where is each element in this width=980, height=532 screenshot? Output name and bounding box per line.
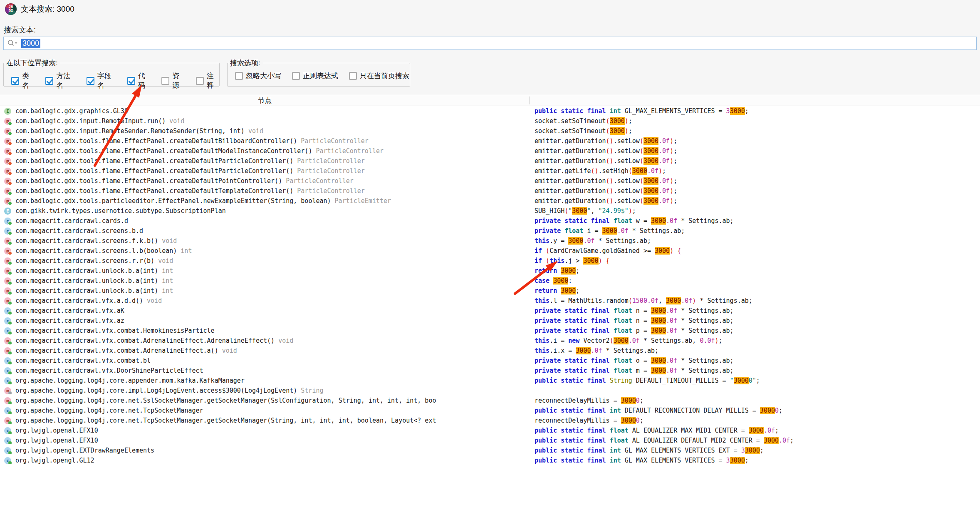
- node-name: com.megacrit.cardcrawl.screens.r.r(b): [15, 257, 154, 265]
- table-row[interactable]: mcom.badlogic.gdx.tools.flame.EffectPane…: [0, 176, 980, 186]
- node-cell: corg.lwjgl.openal.EFX10: [0, 437, 530, 444]
- node-cell: Ecom.gikk.twirk.types.usernotice.subtype…: [0, 207, 530, 215]
- visibility-dot-green: [8, 331, 12, 335]
- checkbox-unchecked[interactable]: [196, 77, 204, 85]
- code-cell: socket.setSoTimeout(3000);: [535, 117, 980, 125]
- table-row[interactable]: corg.apache.logging.log4j.core.net.TcpSo…: [0, 406, 980, 416]
- table-row[interactable]: mcom.megacrit.cardcrawl.screens.r.r(b)vo…: [0, 256, 980, 266]
- table-row[interactable]: corg.lwjgl.opengl.GL12public static fina…: [0, 455, 980, 465]
- visibility-dot-green: [8, 201, 12, 205]
- table-row[interactable]: ccom.megacrit.cardcrawl.cards.dprivate s…: [0, 216, 980, 226]
- visibility-dot-green: [8, 221, 12, 225]
- table-row[interactable]: mcom.megacrit.cardcrawl.screens.l.b(bool…: [0, 246, 980, 256]
- visibility-dot-red: [8, 151, 12, 155]
- table-row[interactable]: corg.lwjgl.openal.EFX10public static fin…: [0, 426, 980, 435]
- visibility-dot-green: [8, 401, 12, 405]
- table-row[interactable]: mcom.megacrit.cardcrawl.vfx.combat.Adren…: [0, 336, 980, 346]
- checkbox-option: 资源: [161, 71, 185, 90]
- table-row[interactable]: mcom.badlogic.gdx.tools.particleeditor.E…: [0, 196, 980, 206]
- table-row[interactable]: ccom.megacrit.cardcrawl.screens.b.dpriva…: [0, 226, 980, 236]
- node-cell: mcom.badlogic.gdx.tools.flame.EffectPane…: [0, 177, 530, 185]
- table-row[interactable]: mcom.badlogic.gdx.tools.flame.EffectPane…: [0, 156, 980, 166]
- node-return-type: ParticleController: [297, 157, 365, 165]
- table-row[interactable]: mcom.badlogic.gdx.input.RemoteInput.run(…: [0, 116, 980, 126]
- table-row[interactable]: corg.lwjgl.openal.EFX10public static fin…: [0, 435, 980, 445]
- search-scope-group: 在以下位置搜索: 类名方法名字段名代码资源注释: [3, 58, 220, 87]
- table-row[interactable]: Ecom.gikk.twirk.types.usernotice.subtype…: [0, 206, 980, 216]
- table-row[interactable]: mcom.badlogic.gdx.tools.flame.EffectPane…: [0, 136, 980, 146]
- table-row[interactable]: corg.apache.logging.log4j.core.appender.…: [0, 376, 980, 386]
- method-icon: m: [4, 387, 11, 394]
- method-icon: m: [4, 128, 11, 135]
- table-row[interactable]: mcom.megacrit.cardcrawl.vfx.a.d.d()voidt…: [0, 296, 980, 306]
- table-row[interactable]: mcom.badlogic.gdx.tools.flame.EffectPane…: [0, 186, 980, 196]
- visibility-dot-green: [8, 231, 12, 235]
- table-row[interactable]: ccom.megacrit.cardcrawl.vfx.combat.Hemok…: [0, 326, 980, 336]
- checkbox-checked[interactable]: [45, 77, 53, 85]
- method-icon: m: [4, 168, 11, 175]
- node-return-type: void: [248, 127, 263, 135]
- checkbox-unchecked[interactable]: [161, 77, 169, 85]
- checkbox-unchecked[interactable]: [349, 72, 357, 80]
- method-icon: m: [4, 297, 11, 304]
- node-cell: ccom.megacrit.cardcrawl.screens.b.d: [0, 227, 530, 235]
- node-name: com.gikk.twirk.types.usernotice.subtype.…: [15, 207, 226, 215]
- node-return-type: int: [181, 247, 192, 255]
- checkbox-checked[interactable]: [87, 77, 94, 85]
- node-cell: mcom.megacrit.cardcrawl.screens.f.k.b()v…: [0, 237, 530, 245]
- table-row[interactable]: morg.apache.logging.log4j.core.net.SslSo…: [0, 396, 980, 406]
- table-row[interactable]: ccom.megacrit.cardcrawl.vfx.combat.blpri…: [0, 356, 980, 366]
- table-row[interactable]: mcom.badlogic.gdx.input.RemoteSender.Rem…: [0, 126, 980, 136]
- node-return-type: int: [162, 277, 173, 285]
- node-name: com.badlogic.gdx.tools.flame.EffectPanel…: [15, 187, 293, 195]
- checkbox-label: 方法名: [56, 71, 75, 90]
- node-return-type: void: [222, 347, 237, 354]
- node-return-type: ParticleController: [297, 187, 365, 195]
- method-icon: m: [4, 247, 11, 255]
- code-cell: emitter.getDuration().setLow(3000.0f);: [535, 197, 980, 205]
- code-cell: this.l = MathUtils.random(1500.0f, 3000.…: [535, 297, 980, 304]
- table-row[interactable]: corg.lwjgl.opengl.EXTDrawRangeElementspu…: [0, 445, 980, 455]
- table-row[interactable]: mcom.badlogic.gdx.tools.flame.EffectPane…: [0, 146, 980, 156]
- table-row[interactable]: mcom.badlogic.gdx.tools.flame.EffectPane…: [0, 166, 980, 176]
- node-cell: corg.apache.logging.log4j.core.net.TcpSo…: [0, 407, 530, 414]
- checkbox-checked[interactable]: [127, 77, 135, 85]
- method-icon: m: [4, 238, 11, 245]
- checkbox-unchecked[interactable]: [235, 72, 243, 80]
- table-row[interactable]: Icom.badlogic.gdx.graphics.GL30public st…: [0, 106, 980, 116]
- visibility-dot-green: [8, 261, 12, 265]
- node-cell: mcom.badlogic.gdx.tools.flame.EffectPane…: [0, 137, 530, 145]
- table-row[interactable]: mcom.megacrit.cardcrawl.unlock.b.a(int)i…: [0, 266, 980, 276]
- search-input[interactable]: 3000: [3, 37, 977, 50]
- checkbox-unchecked[interactable]: [292, 72, 300, 80]
- table-row[interactable]: mcom.megacrit.cardcrawl.vfx.combat.Adren…: [0, 346, 980, 356]
- node-cell: mcom.badlogic.gdx.tools.flame.EffectPane…: [0, 147, 530, 155]
- table-row[interactable]: morg.apache.logging.log4j.core.net.TcpSo…: [0, 416, 980, 426]
- table-row[interactable]: morg.apache.logging.log4j.core.impl.Log4…: [0, 386, 980, 396]
- visibility-dot-green: [8, 321, 12, 325]
- node-cell: ccom.megacrit.cardcrawl.vfx.aK: [0, 307, 530, 314]
- search-text-label: 搜索文本:: [4, 25, 36, 35]
- code-cell: private static final float w = 3000.0f *…: [535, 217, 980, 225]
- code-cell: private static final float n = 3000.0f *…: [535, 307, 980, 314]
- table-row[interactable]: mcom.megacrit.cardcrawl.screens.f.k.b()v…: [0, 236, 980, 246]
- results-table-header: 节点: [0, 95, 980, 106]
- search-input-value[interactable]: 3000: [21, 39, 40, 48]
- table-row[interactable]: ccom.megacrit.cardcrawl.vfx.DoorShinePar…: [0, 366, 980, 376]
- table-row[interactable]: ccom.megacrit.cardcrawl.vfx.azprivate st…: [0, 316, 980, 326]
- checkbox-option: 忽略大小写: [235, 71, 281, 81]
- code-cell: case 3000:: [535, 277, 980, 285]
- code-cell: if (this.j > 3000) {: [535, 257, 980, 265]
- table-row[interactable]: mcom.megacrit.cardcrawl.unlock.b.a(int)i…: [0, 276, 980, 286]
- checkbox-checked[interactable]: [11, 77, 19, 85]
- code-cell: public static final int GL_MAX_ELEMENTS_…: [535, 457, 980, 464]
- checkbox-option: 只在当前页搜索: [349, 71, 409, 81]
- checkbox-label: 资源: [172, 71, 185, 90]
- method-icon: m: [4, 198, 11, 205]
- node-return-type: ParticleController: [301, 137, 369, 145]
- search-dropdown-icon[interactable]: [7, 40, 18, 47]
- visibility-dot-green: [8, 291, 12, 295]
- table-row[interactable]: mcom.megacrit.cardcrawl.unlock.b.a(int)i…: [0, 286, 980, 296]
- node-return-type: ParticleController: [286, 177, 354, 185]
- table-row[interactable]: ccom.megacrit.cardcrawl.vfx.aKprivate st…: [0, 306, 980, 316]
